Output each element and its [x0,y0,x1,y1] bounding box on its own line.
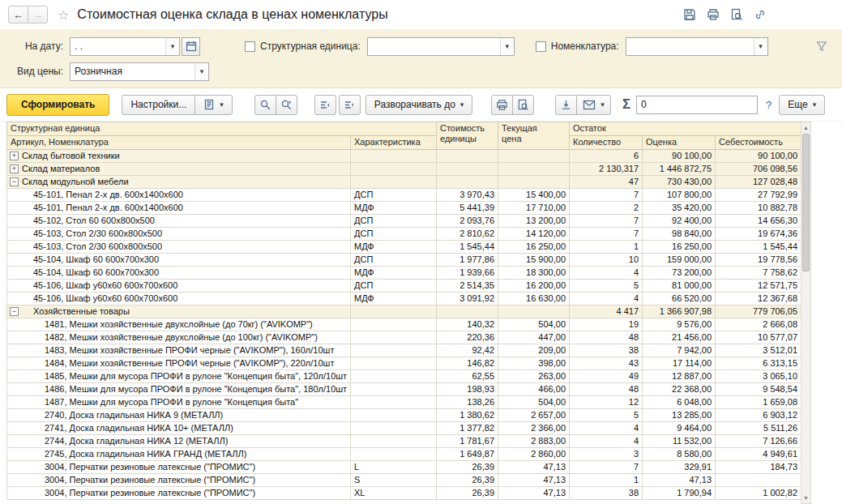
print-button[interactable] [491,95,513,115]
structural-unit-dropdown-icon[interactable]: ▾ [500,38,514,55]
scroll-down-icon[interactable]: ▼ [801,493,810,503]
cell-char [351,331,437,344]
more-button[interactable]: Еще ▾ [779,95,825,115]
expand-to-button[interactable]: Разворачивать до ▾ [365,95,473,115]
cell-char [351,176,437,189]
table-row[interactable]: 45-102, Стол 60 600х800х500ДСП2 093,7613… [7,215,801,228]
table-row[interactable]: 1487, Мешки для мусора ПРОФИ в рулоне "К… [7,396,801,409]
get-link-icon[interactable] [753,7,767,22]
table-row[interactable]: 2740, Доска гладильная НИКА 9 (МЕТАЛЛ)1 … [7,409,801,422]
filter-funnel-icon[interactable] [814,39,829,53]
cell-unit_cost: 2 810,62 [437,228,498,241]
table-row[interactable]: 3004, Перчатки резиновые латексные ("ПРО… [7,487,801,500]
header-remainder[interactable]: Остаток [570,122,801,136]
header-valuation[interactable]: Оценка [643,136,716,150]
cell-price [498,176,570,189]
table-row[interactable]: 45-106, Шкаф у60х60 600х700х600МДФ3 091,… [7,293,801,305]
table-row[interactable]: 1482, Мешки хозяйственные двухслойные (д… [7,331,801,344]
cell-unit_cost: 1 977,86 [437,254,498,267]
cell-char [351,409,437,422]
header-struct-unit[interactable]: Структурная единица [7,122,437,136]
table-row[interactable]: 45-101, Пенал 2-х дв. 600х1400х600ДСП3 9… [7,189,801,202]
table-row[interactable]: 2741, Доска гладильная НИКА 10+ (МЕТАЛЛ)… [7,422,801,435]
calendar-icon [186,41,197,52]
cell-unit_cost: 198,93 [437,383,498,396]
group-row[interactable]: −Склад модульной мебели47730 430,00127 0… [7,176,801,189]
cell-char: МДФ [351,202,437,215]
nomenclature-dropdown-icon[interactable]: ▾ [754,38,767,55]
help-link[interactable]: ? [766,99,771,111]
expand-levels-button[interactable] [339,95,361,115]
nomenclature-checkbox[interactable] [536,41,546,52]
table-row[interactable]: 1483, Мешки хозяйственные ПРОФИ черные (… [7,344,801,357]
cell-name: −Склад модульной мебели [7,176,351,189]
scrollbar-thumb[interactable] [802,134,810,271]
favorite-star-icon[interactable]: ☆ [58,7,69,23]
cell-cost: 12 571,75 [716,280,801,293]
date-dropdown-icon[interactable]: ▾ [165,38,179,55]
save-icon[interactable] [682,7,697,22]
cell-name: 1483, Мешки хозяйственные ПРОФИ черные (… [7,344,351,357]
table-row[interactable]: 45-103, Стол 2/30 600х800х500МДФ1 545,44… [7,241,801,254]
cell-cost: 6 313,15 [716,357,801,370]
header-article[interactable]: Артикул, Номенклатура [7,136,351,150]
collapse-node-icon[interactable]: − [10,307,19,316]
search-next-button[interactable] [276,95,297,115]
group-row[interactable]: +Склад бытовой техники690 100,0090 100,0… [7,150,801,163]
export-button[interactable] [555,95,577,115]
table-row[interactable]: 1485, Мешки для мусора ПРОФИ в рулоне "К… [7,370,801,383]
price-kind-dropdown-icon[interactable]: ▾ [194,63,208,80]
cell-unit_cost: 26,39 [437,487,498,500]
table-row[interactable]: 3004, Перчатки резиновые латексные ("ПРО… [7,474,801,487]
table-row[interactable]: 45-106, Шкаф у60х60 600х700х600ДСП2 514,… [7,280,801,293]
header-current-price[interactable]: Текущая цена [498,122,570,150]
send-mail-button[interactable]: ▾ [576,95,611,115]
collapse-node-icon[interactable]: − [10,177,19,186]
print-icon[interactable] [706,7,720,22]
back-button[interactable]: ← [8,6,28,23]
cell-name: 1486, Мешки для мусора ПРОФИ в рулоне "К… [7,383,351,396]
header-characteristic[interactable]: Характеристика [351,136,437,150]
table-row[interactable]: 3004, Перчатки резиновые латексные ("ПРО… [7,461,801,474]
vertical-scrollbar[interactable]: ▲ ▼ [801,122,811,504]
print-preview-button[interactable] [512,95,534,115]
date-input[interactable]: . . ▾ [70,37,180,56]
generate-button[interactable]: Сформировать [6,94,109,116]
cell-unit_cost: 62,55 [437,370,498,383]
table-row[interactable]: 45-103, Стол 2/30 600х800х500ДСП2 810,62… [7,228,801,241]
table-row[interactable]: 2745, Доска гладильная НИКА ГРАНД (МЕТАЛ… [7,448,801,461]
group-row[interactable]: +Склад материалов2 130,3171 446 872,7570… [7,163,801,176]
settings-button[interactable]: Настройки... [122,95,195,115]
preview-icon[interactable] [729,7,744,22]
header-row-2: Артикул, Номенклатура Характеристика Кол… [7,136,801,150]
table-row[interactable]: 45-104, Шкаф 60 600х700х300МДФ1 939,6618… [7,267,801,280]
table-row[interactable]: 45-101, Пенал 2-х дв. 600х1400х600МДФ5 4… [7,202,801,215]
sum-field[interactable]: 0 [636,96,758,114]
table-row[interactable]: 2744, Доска гладильная НИКА 12 (МЕТАЛЛ)1… [7,435,801,448]
search-button[interactable] [254,95,276,115]
table-row[interactable]: 45-104, Шкаф 60 600х700х300ДСП1 977,8615… [7,254,801,267]
table-row[interactable]: 1481, Мешки хозяйственные двухслойные (д… [7,318,801,331]
header-quantity[interactable]: Количество [570,136,643,150]
price-kind-input[interactable]: Розничная ▾ [70,62,209,81]
nomenclature-input[interactable]: ▾ [626,37,768,56]
expand-node-icon[interactable]: + [10,152,19,160]
group-row[interactable]: −Хозяйственные товары4 4171 366 907,9877… [7,305,801,318]
collapse-levels-button[interactable] [314,95,336,115]
scroll-up-icon[interactable]: ▲ [801,122,810,133]
forward-button[interactable]: → [28,6,48,23]
expand-node-icon[interactable]: + [10,164,19,173]
table-row[interactable]: 1486, Мешки для мусора ПРОФИ в рулоне "К… [7,383,801,396]
report-variants-button[interactable]: ▾ [194,95,233,115]
search-group [254,95,297,115]
cell-cost: 12 367,68 [716,293,801,305]
calendar-button[interactable] [182,37,200,56]
header-unit-cost[interactable]: Стоимость единицы [437,122,498,150]
cell-cost [716,474,801,487]
table-row[interactable]: 1484, Мешки хозяйственные ПРОФИ черные (… [7,357,801,370]
structural-unit-input[interactable]: ▾ [367,37,515,56]
structural-unit-checkbox[interactable] [245,41,255,52]
structural-unit-value [368,38,500,55]
header-cost[interactable]: Себестоимость [716,136,801,150]
cell-cost: 7 126,66 [716,435,801,448]
